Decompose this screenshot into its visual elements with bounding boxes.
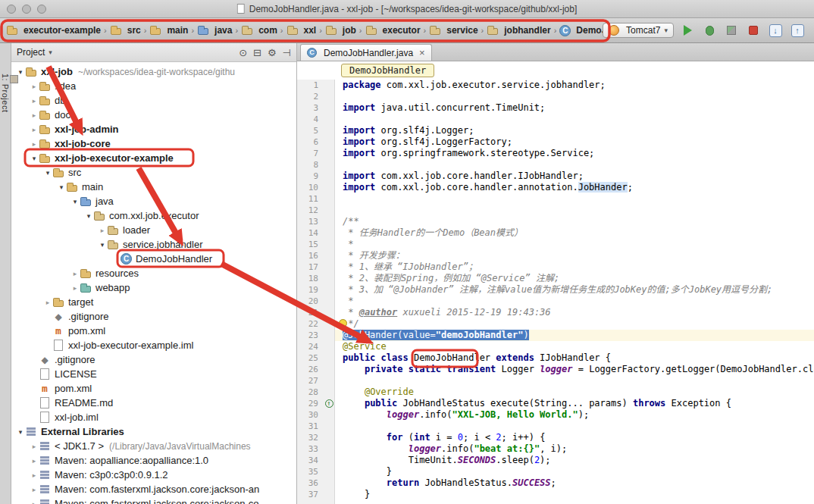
code-line-5[interactable]: 5import org.slf4j.Logger;	[297, 125, 814, 136]
tree-item-xxl-job-executor-example-iml[interactable]: xxl-job-executor-example.iml	[11, 338, 296, 352]
code-line-29[interactable]: 29↑ public JobHandleStatus execute(Strin…	[297, 398, 814, 409]
tree-toggle-icon[interactable]: ▸	[70, 270, 80, 277]
code-line-33[interactable]: 33 logger.info("beat at:{}", i);	[297, 443, 814, 455]
vcs-commit-button[interactable]: ↑	[791, 23, 806, 38]
code-line-7[interactable]: 7import org.springframework.stereotype.S…	[297, 148, 814, 159]
tree-toggle-icon[interactable]: ▾	[98, 241, 107, 249]
code-line-11[interactable]: 11	[297, 193, 814, 205]
code-line-2[interactable]: 2	[297, 91, 814, 102]
tree-item-service-jobhandler[interactable]: ▾service.jobhandler	[11, 237, 296, 252]
tree-toggle-icon[interactable]: ▸	[43, 299, 52, 306]
code-line-12[interactable]: 12	[297, 205, 814, 216]
breadcrumb-item-main[interactable]: main	[148, 23, 189, 38]
tree-toggle-icon[interactable]: ▸	[30, 111, 39, 119]
tree-toggle-icon[interactable]: ▾	[70, 198, 80, 205]
tree-item-gitignore[interactable]: ◆.gitignore	[11, 309, 296, 324]
run-button[interactable]	[681, 23, 697, 38]
tree-item-license[interactable]: LICENSE	[11, 367, 296, 381]
tree-toggle-icon[interactable]: ▾	[84, 212, 93, 220]
tree-item-pom-xml[interactable]: mpom.xml	[11, 381, 296, 396]
hide-panel-icon[interactable]: ⊣	[283, 47, 291, 58]
code-line-34[interactable]: 34 TimeUnit.SECONDS.sleep(2);	[297, 455, 814, 466]
code-line-22[interactable]: 22 */	[297, 318, 814, 330]
code-line-14[interactable]: 14 * 任务Handler的一个Demo（Bean模式）	[297, 227, 814, 239]
tree-item-readme-md[interactable]: README.md	[11, 396, 296, 410]
tree-item-main[interactable]: ▾main	[11, 180, 296, 194]
tree-item-xxl-job-core[interactable]: ▸xxl-job-core	[11, 136, 296, 151]
code-line-23[interactable]: 23@JobHander(value="demoJobHandler")	[297, 330, 814, 341]
code-line-17[interactable]: 17 * 1、继承 “IJobHandler”；	[297, 261, 814, 273]
close-window-button[interactable]	[7, 5, 16, 14]
collapse-all-icon[interactable]: ⊟	[253, 47, 261, 58]
tree-item-resources[interactable]: ▸resources	[11, 266, 296, 280]
code-line-35[interactable]: 35 }	[297, 466, 814, 477]
scroll-from-source-icon[interactable]: ⊙	[239, 47, 247, 58]
tree-toggle-icon[interactable]: ▸	[30, 500, 39, 504]
tree-item-jdk1-7[interactable]: ▸< JDK1.7 >(/Library/Java/JavaVirtualMac…	[11, 439, 296, 453]
code-line-4[interactable]: 4	[297, 114, 814, 125]
code-line-6[interactable]: 6import org.slf4j.LoggerFactory;	[297, 136, 814, 148]
breadcrumb-item-executor[interactable]: executor	[364, 23, 422, 38]
tree-toggle-icon[interactable]: ▸	[30, 443, 39, 450]
breadcrumb-item-job[interactable]: job	[324, 23, 358, 38]
tree-item-db[interactable]: ▸db	[11, 93, 296, 108]
code-line-25[interactable]: 25public class DemoJobHandler extends IJ…	[297, 352, 814, 364]
code-line-21[interactable]: 21 * @author xuxueli 2015-12-19 19:43:36	[297, 307, 814, 318]
breadcrumb-item-com[interactable]: com	[240, 23, 279, 38]
tree-item-maven-aopalliance-aopalliance-1-0[interactable]: ▸Maven: aopalliance:aopalliance:1.0	[11, 453, 296, 468]
tree-item-xxl-job-iml[interactable]: xxl-job.iml	[11, 410, 296, 424]
override-icon[interactable]: ↑	[325, 399, 333, 408]
tree-toggle-icon[interactable]: ▾	[57, 183, 66, 191]
breadcrumb-item-executor-example[interactable]: executor-example	[5, 23, 102, 38]
breadcrumb-item-jobhandler[interactable]: jobhandler	[485, 23, 552, 38]
tree-item-gitignore[interactable]: ◆.gitignore	[11, 352, 296, 367]
code-area[interactable]: 1package com.xxl.job.executor.service.jo…	[297, 80, 814, 504]
code-line-8[interactable]: 8	[297, 159, 814, 171]
stop-button[interactable]	[747, 23, 762, 38]
tree-item-xxl-job-executor-example[interactable]: ▾xxl-job-executor-example	[11, 151, 296, 165]
tree-item-java[interactable]: ▾java	[11, 194, 296, 208]
code-line-26[interactable]: 26 private static transient Logger logge…	[297, 364, 814, 375]
tree-item-src[interactable]: ▾src	[11, 165, 296, 180]
code-line-36[interactable]: 36 return JobHandleStatus.SUCCESS;	[297, 477, 814, 489]
tree-item-idea[interactable]: ▸.idea	[11, 79, 296, 93]
zoom-window-button[interactable]	[37, 5, 46, 14]
code-line-32[interactable]: 32 for (int i = 0; i < 2; i++) {	[297, 432, 814, 443]
code-line-19[interactable]: 19 * 3、加 “@JobHander” 注解，注解value值为新增任务生成…	[297, 284, 814, 296]
breadcrumb-item-demojobhandler[interactable]: CDemoJobHandler	[558, 23, 603, 38]
code-line-16[interactable]: 16 * 开发步骤：	[297, 250, 814, 261]
tree-toggle-icon[interactable]: ▾	[30, 155, 39, 162]
tree-toggle-icon[interactable]: ▾	[16, 428, 25, 436]
run-configuration-select[interactable]: Tomcat7 ▾	[603, 23, 674, 38]
breadcrumb-item-service[interactable]: service	[427, 23, 479, 38]
tree-toggle-icon[interactable]: ▸	[30, 457, 39, 465]
tree-toggle-icon[interactable]: ▸	[30, 126, 39, 133]
tree-item-maven-com-fasterxml-jackson-core-jackson-an[interactable]: ▸Maven: com.fasterxml.jackson.core:jacks…	[11, 482, 296, 496]
code-line-10[interactable]: 10import com.xxl.job.core.handler.annota…	[297, 182, 814, 193]
tree-toggle-icon[interactable]: ▸	[30, 97, 39, 105]
code-line-37[interactable]: 37 }	[297, 489, 814, 500]
tree-item-webapp[interactable]: ▸webapp	[11, 280, 296, 295]
code-line-20[interactable]: 20 *	[297, 296, 814, 307]
tree-toggle-icon[interactable]: ▸	[30, 140, 39, 148]
code-line-31[interactable]: 31	[297, 421, 814, 432]
code-line-18[interactable]: 18 * 2、装配到Spring，例如加 “@Service” 注解;	[297, 273, 814, 284]
breadcrumb-item-java[interactable]: java	[196, 23, 233, 38]
tree-toggle-icon[interactable]: ▸	[30, 486, 39, 493]
minimize-window-button[interactable]	[22, 5, 31, 14]
coverage-button[interactable]	[725, 23, 740, 38]
class-breadcrumb-tag[interactable]: DemoJobHandler	[341, 64, 434, 77]
debug-button[interactable]	[703, 23, 719, 38]
tree-toggle-icon[interactable]: ▸	[70, 284, 80, 292]
tree-item-com-xxl-job-executor[interactable]: ▾com.xxl.job.executor	[11, 208, 296, 223]
breadcrumb-item-xxl[interactable]: xxl	[285, 23, 318, 38]
tree-item-maven-c3p0-c3p0-0-9-1-2[interactable]: ▸Maven: c3p0:c3p0:0.9.1.2	[11, 468, 296, 482]
code-line-27[interactable]: 27	[297, 375, 814, 387]
close-icon[interactable]: ×	[419, 49, 425, 57]
tree-item-target[interactable]: ▸target	[11, 295, 296, 309]
code-line-1[interactable]: 1package com.xxl.job.executor.service.jo…	[297, 80, 814, 91]
tree-item-xxl-job[interactable]: ▾xxl-job~/workspaces/idea-git-workspace/…	[11, 64, 296, 79]
editor-tab[interactable]: C DemoJobHandler.java ×	[300, 44, 432, 61]
code-line-24[interactable]: 24@Service	[297, 341, 814, 352]
tree-toggle-icon[interactable]: ▸	[30, 471, 39, 479]
